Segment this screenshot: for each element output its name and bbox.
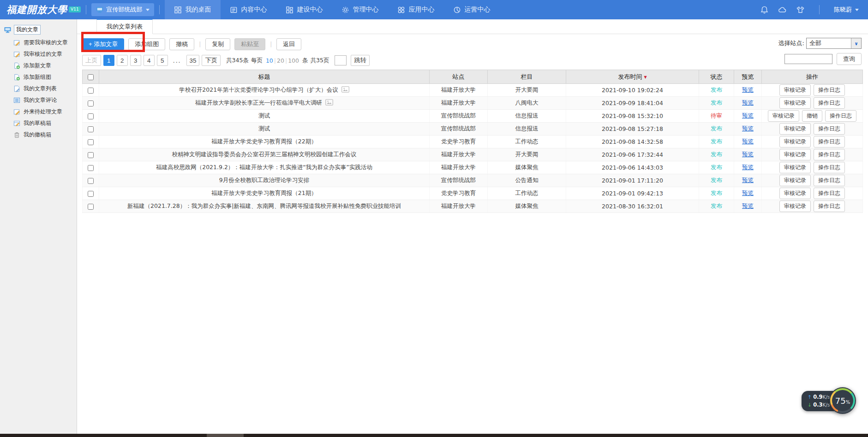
- nav-item[interactable]: 管理中心: [332, 0, 388, 19]
- sidebar-item[interactable]: 我的文章列表: [0, 83, 77, 94]
- page-button[interactable]: 4: [144, 55, 155, 66]
- acceleration-gauge[interactable]: 75%: [829, 387, 856, 414]
- add-article-button[interactable]: + 添加文章: [82, 38, 124, 50]
- version-badge: V11: [69, 6, 81, 12]
- page-button[interactable]: 35: [186, 55, 200, 66]
- cloud-icon[interactable]: [778, 6, 787, 14]
- per-page-option[interactable]: 100: [287, 57, 300, 64]
- row-checkbox[interactable]: [88, 165, 94, 171]
- nav-item[interactable]: 内容中心: [221, 0, 276, 19]
- preview-link[interactable]: 预览: [742, 177, 754, 183]
- row-checkbox[interactable]: [88, 178, 94, 184]
- article-title[interactable]: 新福建（2021.7.28）：我为群众办实事|新福建、东南网、腾讯网等报道我校开…: [127, 202, 401, 209]
- row-action-button[interactable]: 审核记录: [779, 162, 811, 173]
- article-title[interactable]: 测试: [258, 125, 270, 132]
- row-checkbox[interactable]: [88, 191, 94, 197]
- row-action-button[interactable]: 审核记录: [768, 110, 799, 122]
- row-action-button[interactable]: 审核记录: [779, 188, 811, 199]
- page-button[interactable]: 2: [117, 55, 128, 66]
- sidebar-item[interactable]: 我的文章评论: [0, 94, 77, 106]
- row-checkbox[interactable]: [88, 113, 94, 119]
- page-button[interactable]: 3: [130, 55, 141, 66]
- preview-link[interactable]: 预览: [742, 125, 754, 132]
- site-switcher-dropdown[interactable]: 宣传部统战部: [91, 3, 154, 16]
- row-action-button[interactable]: 操作日志: [814, 175, 845, 186]
- preview-link[interactable]: 预览: [742, 202, 754, 209]
- row-action-button[interactable]: 审核记录: [779, 97, 811, 109]
- preview-link[interactable]: 预览: [742, 99, 754, 106]
- page-button[interactable]: 5: [157, 55, 168, 66]
- sidebar-item[interactable]: 添加新文章: [0, 60, 77, 71]
- row-action-button[interactable]: 操作日志: [814, 84, 845, 96]
- row-action-button[interactable]: 操作日志: [814, 97, 845, 109]
- article-title-cell: 新福建（2021.7.28）：我为群众办实事|新福建、东南网、腾讯网等报道我校开…: [99, 200, 430, 213]
- speed-widget[interactable]: ↑ 0.9K/s ↓ 0.3K/s 75%: [802, 387, 856, 416]
- per-page-option[interactable]: 20: [276, 57, 285, 64]
- tab-my-article-list[interactable]: 我的文章列表: [96, 19, 153, 34]
- sidebar-item[interactable]: 需要我审核的文章: [0, 37, 77, 48]
- select-all-checkbox[interactable]: [88, 74, 94, 80]
- nav-item[interactable]: 运营中心: [444, 0, 500, 19]
- row-action-button[interactable]: 操作日志: [814, 123, 845, 135]
- copy-button[interactable]: 复制: [205, 38, 230, 50]
- row-action-button[interactable]: 操作日志: [814, 162, 845, 173]
- row-action-button[interactable]: 审核记录: [779, 136, 811, 148]
- skin-icon[interactable]: [796, 6, 805, 14]
- row-action-button[interactable]: 操作日志: [825, 110, 856, 122]
- article-title[interactable]: 9月份全校教职工政治理论学习安排: [219, 177, 309, 183]
- row-action-button[interactable]: 审核记录: [779, 84, 811, 96]
- row-action-button[interactable]: 审核记录: [779, 175, 811, 186]
- retract-button[interactable]: 撤稿: [169, 38, 194, 50]
- sidebar-item[interactable]: 添加新组图: [0, 71, 77, 83]
- row-action-button[interactable]: 审核记录: [779, 201, 811, 212]
- article-title[interactable]: 校精神文明建设指导委员会办公室召开第三届精神文明校园创建工作会议: [172, 151, 357, 158]
- row-action-button[interactable]: 审核记录: [779, 123, 811, 135]
- row-action-button[interactable]: 撤销: [802, 110, 822, 122]
- article-title[interactable]: 福建高校思政网（2021.9.2）：福建开放大学：扎实推进“我为群众办实事”实践…: [156, 164, 372, 171]
- row-checkbox[interactable]: [88, 139, 94, 145]
- article-title[interactable]: 测试: [258, 112, 270, 119]
- sidebar-item[interactable]: 我审核过的文章: [0, 48, 77, 60]
- preview-link[interactable]: 预览: [742, 151, 754, 158]
- preview-link[interactable]: 预览: [742, 86, 754, 93]
- page-button[interactable]: 1: [103, 55, 114, 66]
- preview-link[interactable]: 预览: [742, 189, 754, 196]
- sidebar-item[interactable]: 我的撤稿箱: [0, 129, 77, 141]
- bell-icon[interactable]: [760, 6, 769, 14]
- row-checkbox[interactable]: [88, 100, 94, 106]
- row-action-button[interactable]: 操作日志: [814, 136, 845, 148]
- article-title[interactable]: 福建开放大学党史学习教育周报（21期）: [211, 189, 317, 196]
- jump-button[interactable]: 跳转: [351, 55, 370, 66]
- row-action-button[interactable]: 操作日志: [814, 201, 845, 212]
- search-button[interactable]: 查询: [837, 53, 862, 65]
- next-page-button[interactable]: 下页: [202, 55, 221, 66]
- article-title[interactable]: 学校召开2021年第十次党委理论学习中心组学习（扩大）会议: [179, 86, 338, 93]
- jump-page-input[interactable]: [335, 55, 347, 65]
- horizontal-scrollbar-thumb[interactable]: [207, 434, 244, 437]
- sort-desc-icon[interactable]: ▼: [644, 75, 647, 79]
- back-button[interactable]: 返回: [276, 38, 301, 50]
- row-checkbox[interactable]: [88, 88, 94, 94]
- sidebar-item[interactable]: 外来待处理文章: [0, 106, 77, 118]
- nav-item[interactable]: 我的桌面: [165, 0, 221, 19]
- site-select[interactable]: 全部 ∨: [806, 38, 862, 49]
- preview-link[interactable]: 预览: [742, 112, 754, 119]
- row-action-button[interactable]: 操作日志: [814, 149, 845, 160]
- sidebar-root-my-articles[interactable]: 我的文章: [0, 24, 77, 37]
- row-checkbox[interactable]: [88, 152, 94, 158]
- search-input[interactable]: [784, 54, 832, 64]
- preview-link[interactable]: 预览: [742, 138, 754, 145]
- row-checkbox[interactable]: [88, 126, 94, 132]
- nav-item[interactable]: 建设中心: [276, 0, 332, 19]
- preview-link[interactable]: 预览: [742, 164, 754, 171]
- nav-item[interactable]: 应用中心: [388, 0, 444, 19]
- per-page-option[interactable]: 10: [265, 57, 274, 64]
- row-action-button[interactable]: 审核记录: [779, 149, 811, 160]
- article-title[interactable]: 福建开放大学副校长李正光一行莅临漳平电大调研: [195, 99, 322, 106]
- add-gallery-button[interactable]: 添加组图: [128, 38, 165, 50]
- row-checkbox[interactable]: [88, 204, 94, 210]
- row-action-button[interactable]: 操作日志: [814, 188, 845, 199]
- article-title[interactable]: 福建开放大学党史学习教育周报（22期）: [211, 138, 317, 145]
- user-menu[interactable]: 陈晓蔚: [834, 6, 859, 14]
- sidebar-item[interactable]: 我的草稿箱: [0, 118, 77, 129]
